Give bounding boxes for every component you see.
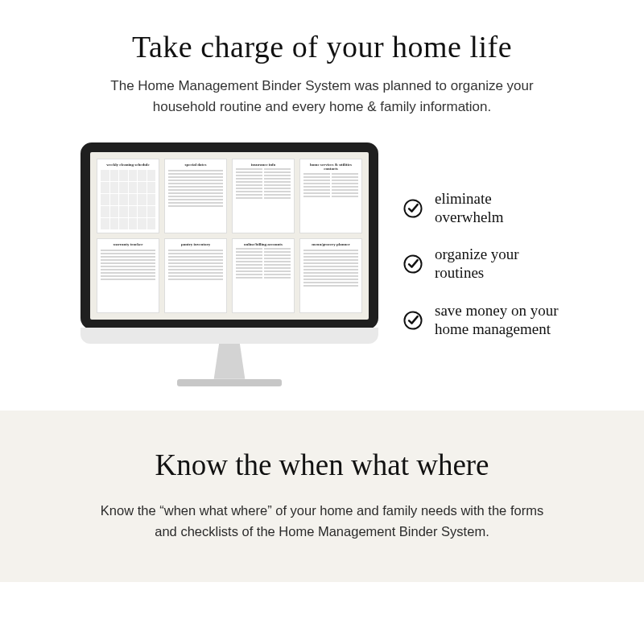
benefit-item: save money on your home management — [402, 302, 564, 339]
page-title: pantry inventory — [168, 242, 223, 247]
page-title: insurance info — [236, 163, 291, 167]
page-title: special dates — [168, 163, 223, 167]
benefits-list: eliminate overwhelm organize your routin… — [402, 190, 564, 339]
hero-section: Take charge of your home life The Home M… — [0, 0, 644, 411]
binder-page: online/billing accounts — [232, 238, 295, 313]
svg-point-1 — [404, 256, 421, 273]
monitor-screen: weekly cleaning schedule special dates — [80, 142, 378, 329]
monitor-stand — [211, 344, 248, 379]
secondary-subhead: Know the “when what where” of your home … — [97, 500, 547, 543]
benefit-item: organize your routines — [402, 246, 564, 283]
benefit-item: eliminate overwhelm — [402, 190, 564, 227]
hero-subhead: The Home Management Binder System was pl… — [97, 76, 547, 118]
hero-row: weekly cleaning schedule special dates — [48, 142, 596, 386]
benefit-label: organize your routines — [435, 246, 564, 283]
page-title: home services & utilities contacts — [303, 163, 358, 171]
page-title: menu/grocery planner — [303, 242, 358, 247]
binder-page: special dates — [164, 159, 227, 233]
svg-point-2 — [404, 312, 421, 328]
binder-page: pantry inventory — [164, 238, 227, 313]
monitor-chin — [80, 328, 378, 344]
check-circle-icon — [402, 254, 423, 275]
binder-page: home services & utilities contacts — [299, 159, 362, 233]
hero-headline: Take charge of your home life — [48, 29, 596, 64]
binder-page: warranty tracker — [97, 238, 159, 313]
check-circle-icon — [402, 198, 423, 219]
check-circle-icon — [402, 310, 423, 331]
secondary-section: Know the when what where Know the “when … — [0, 411, 644, 583]
binder-page: insurance info — [232, 159, 295, 233]
page-title: warranty tracker — [101, 242, 155, 247]
page-title: weekly cleaning schedule — [101, 163, 155, 167]
binder-page: menu/grocery planner — [299, 238, 362, 313]
monitor-base — [177, 379, 282, 386]
binder-page: weekly cleaning schedule — [97, 159, 159, 233]
monitor-mockup: weekly cleaning schedule special dates — [80, 142, 378, 386]
svg-point-0 — [404, 200, 421, 217]
benefit-label: eliminate overwhelm — [435, 190, 564, 227]
secondary-headline: Know the when what where — [56, 448, 588, 482]
page-title: online/billing accounts — [236, 242, 291, 247]
benefit-label: save money on your home management — [435, 302, 564, 339]
